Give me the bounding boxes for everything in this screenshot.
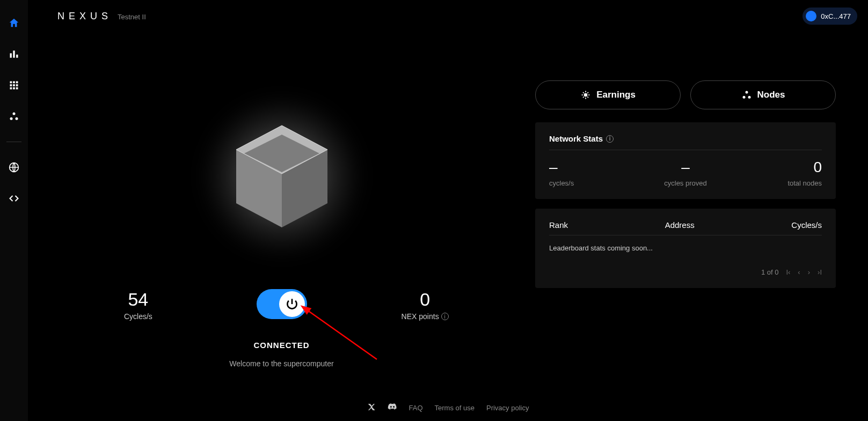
nav-code[interactable] [8,193,20,204]
x-icon[interactable] [367,403,376,413]
lb-col-address: Address [665,220,695,230]
main: 54 Cycles/s CONNECTED Welcome to the sup… [28,32,868,394]
lb-col-rank: Rank [549,220,568,230]
nodes-icon [741,90,752,100]
svg-rect-7 [13,84,15,86]
power-toggle[interactable] [257,289,307,319]
wallet-avatar-icon [806,11,816,21]
page-last-button[interactable]: ›I [818,268,822,276]
brand-subtitle: Testnet II [118,13,146,21]
connection-status: CONNECTED [253,341,309,350]
wallet-button[interactable]: 0xC...477 [803,8,857,25]
svg-rect-11 [16,87,18,90]
svg-rect-3 [10,82,12,84]
lb-col-cycles: Cycles/s [791,220,822,230]
points-stat: 0 NEX points i [398,289,452,321]
cycles-label: Cycles/s [124,312,152,321]
toggle-section: CONNECTED Welcome to the supercomputer [229,289,333,368]
page-first-button[interactable]: I‹ [786,268,790,276]
sidebar [0,0,28,421]
power-icon [279,291,305,317]
net-cycles-proved-value: – [640,159,731,176]
page-prev-button[interactable]: ‹ [798,268,800,276]
cycles-stat: 54 Cycles/s [111,289,165,321]
svg-rect-5 [16,82,18,84]
stats-row: 54 Cycles/s CONNECTED Welcome to the sup… [111,289,451,368]
info-icon[interactable]: i [441,313,449,320]
footer-terms[interactable]: Terms of use [435,404,475,412]
nav-network[interactable] [8,161,20,173]
svg-point-24 [742,96,745,99]
nav-stats[interactable] [8,48,20,60]
svg-rect-9 [10,87,12,90]
svg-rect-10 [13,87,15,90]
cube-visual [185,80,378,273]
net-total-nodes-value: 0 [731,159,822,176]
right-panel: Earnings Nodes Network Stats i – cycles/… [535,32,868,394]
nav-nodes[interactable] [8,110,20,122]
leaderboard-card: Rank Address Cycles/s Leaderboard stats … [535,209,836,288]
svg-rect-8 [16,84,18,86]
network-stats-card: Network Stats i – cycles/s – cycles prov… [535,122,836,199]
net-cycles-s-value: – [549,159,640,176]
svg-rect-1 [13,50,14,57]
wallet-address: 0xC...477 [821,12,851,20]
cycles-value: 54 [128,289,148,310]
svg-rect-4 [13,82,15,84]
page-next-button[interactable]: › [808,268,810,276]
svg-point-14 [16,117,18,120]
points-label: NEX points i [402,312,449,321]
svg-point-12 [13,113,16,115]
footer-privacy[interactable]: Privacy policy [486,404,529,412]
page-info: 1 of 0 [761,268,779,276]
svg-point-22 [585,94,587,97]
svg-rect-0 [10,53,12,57]
svg-point-13 [10,117,13,120]
svg-rect-2 [16,55,18,58]
tab-earnings[interactable]: Earnings [535,80,681,109]
svg-point-23 [745,91,748,94]
points-value: 0 [420,289,430,310]
network-stats-title: Network Stats i [549,134,822,150]
tab-nodes[interactable]: Nodes [690,80,836,109]
net-total-nodes-label: total nodes [731,179,822,187]
svg-rect-6 [10,84,12,86]
footer-faq[interactable]: FAQ [409,404,423,412]
sparkle-icon [580,90,591,100]
welcome-text: Welcome to the supercomputer [229,359,333,368]
net-cycles-proved-label: cycles proved [640,179,731,187]
brand: NEXUS Testnet II [57,11,146,22]
header: NEXUS Testnet II 0xC...477 [28,0,868,32]
left-panel: 54 Cycles/s CONNECTED Welcome to the sup… [28,32,535,394]
net-cycles-s-label: cycles/s [549,179,640,187]
sidebar-divider [6,142,21,142]
discord-icon[interactable] [388,402,397,413]
cube-icon [231,120,333,233]
brand-name: NEXUS [57,11,112,22]
info-icon[interactable]: i [606,135,614,143]
footer: FAQ Terms of use Privacy policy [28,394,868,421]
tab-buttons: Earnings Nodes [535,80,836,109]
pagination: 1 of 0 I‹ ‹ › ›I [549,268,822,276]
nav-grid[interactable] [8,79,20,91]
leaderboard-message: Leaderboard stats coming soon... [549,235,822,268]
nav-home[interactable] [8,17,20,29]
svg-point-25 [748,96,750,99]
